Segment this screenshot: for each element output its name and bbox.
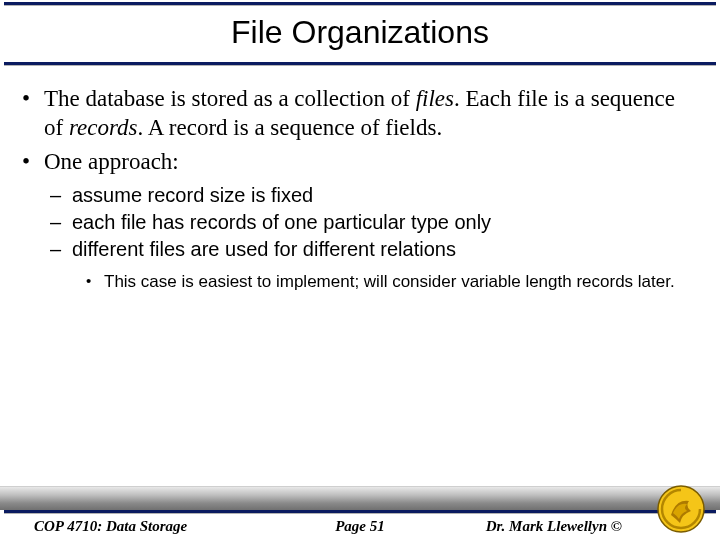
slide-title: File Organizations bbox=[0, 14, 720, 51]
ucf-pegasus-logo-icon bbox=[656, 484, 706, 534]
top-divider bbox=[4, 2, 716, 5]
footer: COP 4710: Data Storage Page 51 Dr. Mark … bbox=[0, 486, 720, 540]
bullet-1-text-a: The database is stored as a collection o… bbox=[44, 86, 416, 111]
slide-body: The database is stored as a collection o… bbox=[22, 84, 698, 298]
bullet-1-text-c: . A record is a sequence of fields. bbox=[137, 115, 442, 140]
footer-author: Dr. Mark Llewellyn © bbox=[486, 518, 622, 535]
subsubbullet-1: This case is easiest to implement; will … bbox=[86, 271, 698, 294]
subbullet-3-text: different files are used for different r… bbox=[72, 238, 456, 260]
bullet-1: The database is stored as a collection o… bbox=[22, 84, 698, 143]
footer-divider bbox=[4, 510, 716, 513]
subbullet-3: different files are used for different r… bbox=[50, 236, 698, 294]
bullet-1-em-files: files bbox=[416, 86, 454, 111]
bullet-2-text: One approach: bbox=[44, 149, 179, 174]
slide: File Organizations The database is store… bbox=[0, 0, 720, 540]
bullet-1-em-records: records bbox=[69, 115, 138, 140]
title-divider bbox=[4, 62, 716, 65]
subbullet-1: assume record size is fixed bbox=[50, 182, 698, 209]
footer-text: COP 4710: Data Storage Page 51 Dr. Mark … bbox=[0, 518, 720, 538]
footer-gradient bbox=[0, 486, 720, 510]
bullet-2: One approach: assume record size is fixe… bbox=[22, 147, 698, 294]
subbullet-2: each file has records of one particular … bbox=[50, 209, 698, 236]
